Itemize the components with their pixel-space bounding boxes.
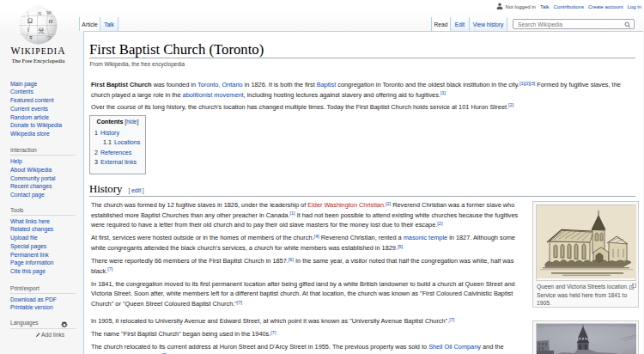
svg-text:兒: 兒	[39, 27, 45, 34]
svg-text:ツ: ツ	[46, 35, 52, 40]
svg-text:W: W	[46, 9, 52, 15]
svg-text:Χ: Χ	[38, 11, 42, 16]
svg-text:И: И	[48, 18, 52, 25]
svg-text:Ω: Ω	[27, 16, 33, 25]
svg-text:म: म	[29, 35, 33, 40]
svg-text:ا: ا	[27, 27, 29, 33]
